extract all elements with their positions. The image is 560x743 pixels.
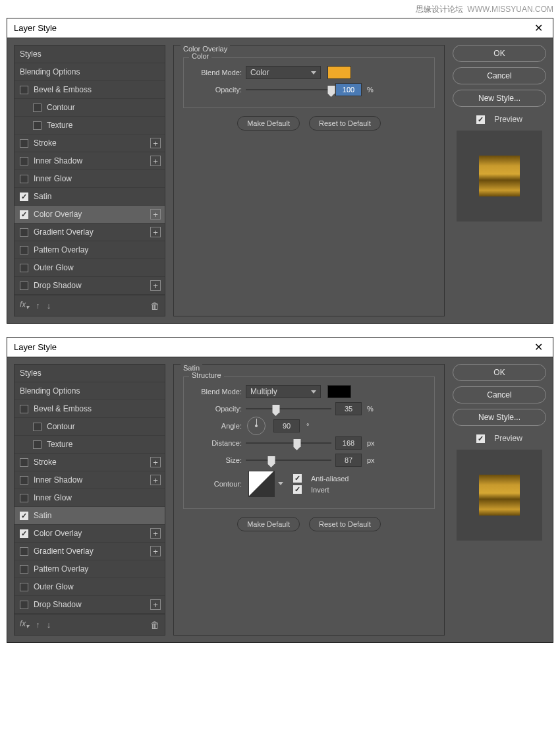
- style-row-contour[interactable]: Contour: [14, 418, 165, 436]
- style-row-texture[interactable]: Texture: [14, 436, 165, 454]
- preview-checkbox[interactable]: [476, 434, 485, 443]
- style-checkbox[interactable]: [20, 529, 28, 538]
- style-row-satin[interactable]: Satin: [14, 507, 165, 525]
- style-checkbox[interactable]: [33, 104, 42, 112]
- style-checkbox[interactable]: [20, 264, 28, 272]
- trash-icon[interactable]: 🗑: [150, 620, 159, 630]
- move-up-icon[interactable]: ↑: [36, 301, 40, 311]
- style-row-stroke[interactable]: Stroke+: [14, 134, 165, 152]
- style-row-outerglow[interactable]: Outer Glow: [14, 259, 165, 277]
- add-effect-icon[interactable]: +: [150, 227, 161, 237]
- preview-checkbox[interactable]: [476, 115, 485, 124]
- reset-default-button[interactable]: Reset to Default: [309, 116, 381, 131]
- opacity-input[interactable]: 35: [335, 402, 362, 415]
- add-effect-icon[interactable]: +: [150, 156, 161, 166]
- style-checkbox[interactable]: [20, 193, 28, 201]
- style-checkbox[interactable]: [33, 423, 42, 431]
- new-style-button[interactable]: New Style...: [453, 90, 546, 107]
- add-effect-icon[interactable]: +: [150, 475, 161, 485]
- style-row-dropshadow[interactable]: Drop Shadow+: [14, 277, 165, 295]
- style-row-stroke[interactable]: Stroke+: [14, 454, 165, 471]
- new-style-button[interactable]: New Style...: [453, 409, 546, 426]
- style-row-patternoverlay[interactable]: Pattern Overlay: [14, 560, 165, 578]
- style-row-contour[interactable]: Contour: [14, 99, 165, 117]
- angle-dial[interactable]: [247, 417, 266, 435]
- make-default-button[interactable]: Make Default: [237, 517, 300, 531]
- cancel-button[interactable]: Cancel: [453, 386, 546, 403]
- style-checkbox[interactable]: [20, 157, 28, 165]
- opacity-slider[interactable]: [246, 84, 331, 96]
- color-swatch[interactable]: [327, 66, 351, 79]
- add-effect-icon[interactable]: +: [150, 138, 161, 148]
- add-effect-icon[interactable]: +: [150, 457, 161, 467]
- style-checkbox[interactable]: [20, 547, 28, 556]
- fx-menu[interactable]: fx▾: [20, 300, 29, 311]
- titlebar[interactable]: Layer Style ✕: [7, 18, 553, 38]
- style-row-dropshadow[interactable]: Drop Shadow+: [14, 596, 165, 614]
- color-swatch[interactable]: [327, 385, 351, 398]
- style-row-satin[interactable]: Satin: [14, 188, 165, 206]
- styles-header-row[interactable]: Styles: [14, 365, 165, 382]
- opacity-slider[interactable]: [246, 403, 331, 415]
- add-effect-icon[interactable]: +: [150, 528, 161, 539]
- add-effect-icon[interactable]: +: [150, 546, 161, 556]
- contour-picker[interactable]: [248, 471, 275, 497]
- blend-mode-select[interactable]: Multiply: [246, 385, 321, 398]
- cancel-button[interactable]: Cancel: [453, 67, 546, 84]
- style-checkbox[interactable]: [33, 121, 42, 130]
- angle-input[interactable]: 90: [273, 419, 300, 432]
- titlebar[interactable]: Layer Style ✕: [7, 338, 553, 357]
- move-up-icon[interactable]: ↑: [36, 620, 40, 630]
- make-default-button[interactable]: Make Default: [237, 116, 300, 131]
- add-effect-icon[interactable]: +: [150, 280, 161, 291]
- move-down-icon[interactable]: ↓: [47, 301, 51, 311]
- size-slider[interactable]: [246, 454, 331, 466]
- style-row-innershadow[interactable]: Inner Shadow+: [14, 152, 165, 170]
- distance-input[interactable]: 168: [335, 436, 362, 450]
- invert-checkbox[interactable]: [293, 485, 302, 494]
- style-checkbox[interactable]: [20, 476, 28, 485]
- style-checkbox[interactable]: [20, 210, 28, 219]
- style-row-coloroverlay[interactable]: Color Overlay+: [14, 206, 165, 223]
- style-checkbox[interactable]: [20, 512, 28, 520]
- opacity-input[interactable]: 100: [335, 83, 362, 96]
- style-row-outerglow[interactable]: Outer Glow: [14, 578, 165, 596]
- style-row-bevel[interactable]: Bevel & Emboss: [14, 81, 165, 99]
- style-row-gradientoverlay[interactable]: Gradient Overlay+: [14, 543, 165, 560]
- style-row-innerglow[interactable]: Inner Glow: [14, 489, 165, 507]
- reset-default-button[interactable]: Reset to Default: [309, 517, 381, 531]
- style-row-bevel[interactable]: Bevel & Emboss: [14, 400, 165, 418]
- style-checkbox[interactable]: [20, 246, 28, 254]
- style-row-innerglow[interactable]: Inner Glow: [14, 170, 165, 188]
- trash-icon[interactable]: 🗑: [150, 301, 159, 311]
- blend-mode-select[interactable]: Color: [246, 66, 321, 79]
- close-icon[interactable]: ✕: [530, 341, 546, 353]
- distance-slider[interactable]: [246, 437, 331, 449]
- style-checkbox[interactable]: [20, 86, 28, 94]
- style-row-texture[interactable]: Texture: [14, 117, 165, 134]
- style-checkbox[interactable]: [20, 405, 28, 413]
- style-checkbox[interactable]: [20, 175, 28, 183]
- style-checkbox[interactable]: [20, 458, 28, 467]
- ok-button[interactable]: OK: [453, 364, 546, 381]
- style-checkbox[interactable]: [33, 440, 42, 449]
- fx-menu[interactable]: fx▾: [20, 619, 29, 630]
- move-down-icon[interactable]: ↓: [47, 620, 51, 630]
- style-checkbox[interactable]: [20, 139, 28, 148]
- antialiased-checkbox[interactable]: [293, 474, 302, 483]
- style-checkbox[interactable]: [20, 282, 28, 290]
- blending-options-row[interactable]: Blending Options: [14, 63, 165, 81]
- close-icon[interactable]: ✕: [530, 22, 546, 34]
- style-row-coloroverlay[interactable]: Color Overlay+: [14, 525, 165, 543]
- style-row-innershadow[interactable]: Inner Shadow+: [14, 471, 165, 489]
- style-checkbox[interactable]: [20, 228, 28, 237]
- add-effect-icon[interactable]: +: [150, 209, 161, 220]
- size-input[interactable]: 87: [335, 454, 362, 467]
- style-checkbox[interactable]: [20, 601, 28, 609]
- ok-button[interactable]: OK: [453, 45, 546, 62]
- style-checkbox[interactable]: [20, 583, 28, 591]
- style-row-patternoverlay[interactable]: Pattern Overlay: [14, 241, 165, 259]
- style-row-gradientoverlay[interactable]: Gradient Overlay+: [14, 223, 165, 241]
- style-checkbox[interactable]: [20, 565, 28, 574]
- blending-options-row[interactable]: Blending Options: [14, 382, 165, 400]
